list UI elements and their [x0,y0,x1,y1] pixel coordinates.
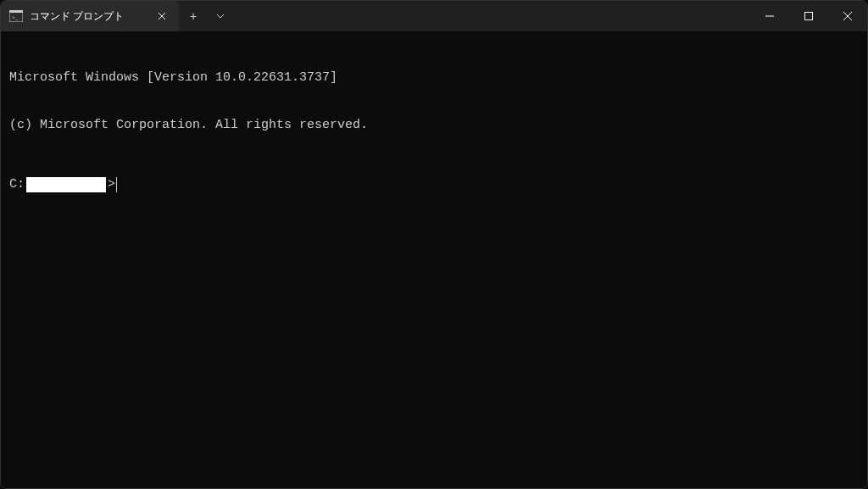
text-cursor [116,177,117,192]
active-tab[interactable]: >_ コマンド プロンプト [1,1,179,31]
svg-text:>_: >_ [12,14,19,21]
terminal-output[interactable]: Microsoft Windows [Version 10.0.22631.37… [1,31,867,488]
tab-title: コマンド プロンプト [30,9,142,24]
terminal-window: >_ コマンド プロンプト + [0,0,868,489]
prompt-line: C: > [9,177,859,193]
svg-rect-1 [9,10,23,13]
window-controls [750,1,867,31]
maximize-button[interactable] [789,1,828,31]
new-tab-button[interactable]: + [179,1,208,31]
tab-dropdown-button[interactable] [208,1,233,31]
plus-icon: + [190,9,197,23]
prompt-drive: C: [9,177,25,193]
titlebar[interactable]: >_ コマンド プロンプト + [1,1,867,31]
svg-rect-6 [805,13,813,20]
minimize-button[interactable] [750,1,789,31]
tab-close-button[interactable] [153,8,170,25]
version-line: Microsoft Windows [Version 10.0.22631.37… [9,70,859,86]
prompt-suffix: > [108,177,115,193]
copyright-line: (c) Microsoft Corporation. All rights re… [9,118,859,134]
chevron-down-icon [216,9,225,23]
titlebar-drag-region[interactable] [233,1,750,31]
cmd-icon: >_ [9,10,23,22]
redacted-path [26,177,106,192]
close-button[interactable] [828,1,867,31]
